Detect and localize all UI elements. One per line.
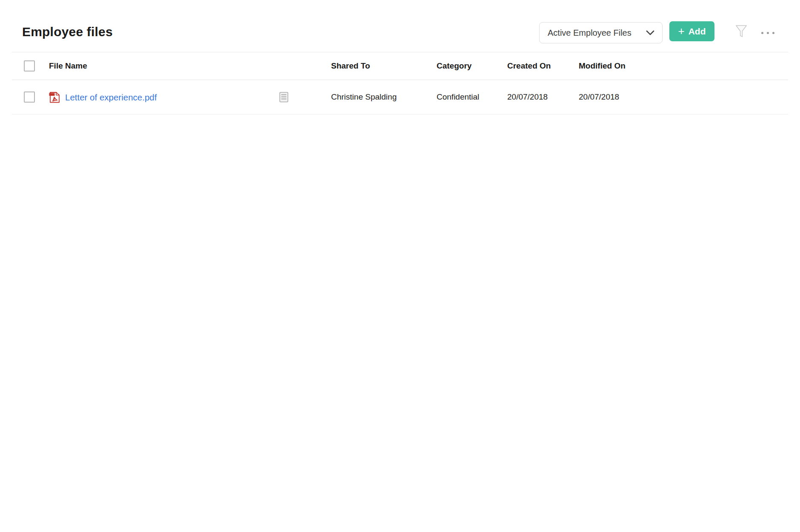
- add-button[interactable]: + Add: [669, 21, 714, 41]
- category-value: Confidential: [437, 92, 479, 102]
- view-selector-dropdown[interactable]: Active Employee Files: [539, 22, 663, 43]
- modified-on-value: 20/07/2018: [579, 92, 619, 102]
- chevron-down-icon: [646, 30, 654, 35]
- column-header-modified-on[interactable]: Modified On: [579, 61, 626, 71]
- add-button-label: Add: [689, 26, 706, 37]
- ellipsis-dot: [767, 32, 769, 34]
- pdf-file-icon: [49, 91, 60, 103]
- more-options-button[interactable]: [758, 26, 777, 39]
- table-header-row: File Name Shared To Category Created On …: [12, 52, 788, 80]
- ellipsis-dot: [761, 32, 763, 34]
- row-checkbox[interactable]: [24, 92, 35, 103]
- shared-to-value: Christine Spalding: [331, 92, 397, 102]
- file-name-cell: Letter of experience.pdf: [49, 91, 157, 103]
- filter-button[interactable]: [733, 22, 750, 41]
- employee-files-page: Employee files Active Employee Files + A…: [0, 0, 800, 532]
- column-header-category[interactable]: Category: [437, 61, 471, 71]
- select-all-checkbox[interactable]: [24, 60, 35, 72]
- page-title: Employee files: [22, 25, 113, 39]
- file-name-link[interactable]: Letter of experience.pdf: [65, 92, 157, 102]
- created-on-value: 20/07/2018: [507, 92, 548, 102]
- notes-icon[interactable]: [279, 92, 289, 103]
- table-row: Letter of experience.pdf Christine Spald…: [12, 80, 788, 114]
- column-header-created-on[interactable]: Created On: [507, 61, 551, 71]
- ellipsis-dot: [772, 32, 774, 34]
- view-selector-value: Active Employee Files: [548, 28, 631, 38]
- column-header-file-name[interactable]: File Name: [49, 61, 87, 71]
- plus-icon: +: [678, 26, 684, 37]
- filter-funnel-icon: [735, 24, 747, 39]
- employee-files-table: File Name Shared To Category Created On …: [12, 52, 788, 114]
- column-header-shared-to[interactable]: Shared To: [331, 61, 370, 71]
